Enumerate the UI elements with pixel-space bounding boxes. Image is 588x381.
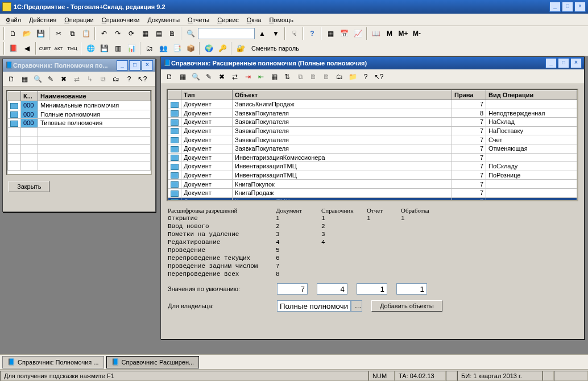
w1-grid-icon[interactable]: ▦ <box>18 73 31 85</box>
t2-icon-9[interactable]: 📊 <box>125 42 138 55</box>
win2-min[interactable]: _ <box>545 58 557 68</box>
w1-help-icon[interactable]: ? <box>123 73 135 85</box>
down-icon[interactable]: ▼ <box>270 27 282 40</box>
win2-close[interactable]: × <box>570 58 582 68</box>
t2-icon-3[interactable]: СЧЕТ <box>39 42 51 55</box>
book-icon[interactable]: 📖 <box>370 27 382 40</box>
maximize-button[interactable]: □ <box>562 2 573 12</box>
m-plus-button[interactable]: M+ <box>397 27 409 40</box>
table-row[interactable]: ДокументКнигаПокупок7 <box>168 180 577 189</box>
table-row[interactable]: ДокументКомплектацияТМЦ7 <box>168 197 577 201</box>
w2-help-icon[interactable]: ? <box>359 71 372 83</box>
menu-Окна[interactable]: Окна <box>243 15 265 24</box>
menu-Сервис[interactable]: Сервис <box>214 15 242 24</box>
table-row[interactable]: 000Полные полномочия <box>8 110 151 119</box>
paste-icon[interactable]: 📋 <box>80 27 92 40</box>
m-button[interactable]: M <box>383 27 396 40</box>
w2-edit-icon[interactable]: ✎ <box>202 71 215 83</box>
win1-titlebar[interactable]: 📘 Справочник: Полномочия по... _ □ × <box>3 59 155 72</box>
w2-tree-icon[interactable]: ⇄ <box>229 71 241 83</box>
t2-icon-16[interactable]: 🔐 <box>234 42 247 55</box>
menu-Документы[interactable]: Документы <box>144 15 183 24</box>
t2-icon-2[interactable]: ◀ <box>20 42 33 55</box>
win2-max[interactable]: □ <box>558 58 569 68</box>
win2-titlebar[interactable]: 📘 Справочник: Расширенные полномочия (По… <box>161 57 584 69</box>
taskbtn-1[interactable]: 📘 Справочник: Полномочия ... <box>2 356 104 368</box>
open-icon[interactable]: 📂 <box>20 27 33 40</box>
find-icon[interactable]: 🔍 <box>184 27 197 40</box>
w2-fold-icon[interactable]: 📁 <box>346 71 359 83</box>
default-proc[interactable] <box>396 283 427 295</box>
w2-ref-icon[interactable]: 🗂 <box>333 71 346 83</box>
win2-col-3[interactable]: Права <box>452 90 486 100</box>
t2-icon-15[interactable]: 🔑 <box>216 42 229 55</box>
close-button[interactable]: × <box>574 2 586 12</box>
t2-icon-7[interactable]: 💾 <box>98 42 110 55</box>
w2-d2-icon[interactable]: 🗎 <box>307 71 320 83</box>
table-row[interactable]: ДокументЗаписьКнигиПродаж7 <box>168 100 577 109</box>
table-row[interactable]: ДокументЗаявкаПокупателя7Счет <box>168 135 577 144</box>
menu-Отчеты[interactable]: Отчеты <box>184 15 213 24</box>
win1-min[interactable]: _ <box>117 60 128 71</box>
table-row[interactable]: ДокументЗаявкаПокупателя7Отменяющая <box>168 144 577 153</box>
w2-sort-icon[interactable]: ⇅ <box>281 71 293 83</box>
w2-arr2-icon[interactable]: ⇤ <box>255 71 267 83</box>
win1-close-button[interactable]: Закрыть <box>9 181 49 192</box>
save-icon[interactable]: 💾 <box>34 27 47 40</box>
w1-arr-icon[interactable]: ↳ <box>84 73 96 85</box>
table-row[interactable]: ДокументКнигаПродаж7 <box>168 188 577 197</box>
table-row[interactable]: ДокументИнвентаризацияТМЦ7ПоСкладу <box>168 162 577 171</box>
menu-Помощь[interactable]: Помощь <box>266 15 297 24</box>
menu-Действия[interactable]: Действия <box>26 15 60 24</box>
table-row[interactable]: ДокументИнвентаризацияТМЦ7ПоРознице <box>168 171 577 180</box>
t2-icon-10[interactable]: 🗂 <box>143 42 156 55</box>
t2-icon-14[interactable]: 🌍 <box>202 42 215 55</box>
win2-col-2[interactable]: Объект <box>233 90 452 100</box>
hand-icon[interactable]: ☟ <box>288 27 300 40</box>
undo-icon[interactable]: ↶ <box>98 27 110 40</box>
t2-icon-13[interactable]: 📦 <box>184 42 197 55</box>
win1-col-1[interactable]: К... <box>21 92 38 101</box>
t2-icon-11[interactable]: 👥 <box>157 42 169 55</box>
default-report[interactable] <box>357 283 387 295</box>
calc-icon[interactable]: ▦ <box>324 27 337 40</box>
help-icon[interactable]: ? <box>306 27 318 40</box>
owner-select-button[interactable]: ... <box>351 300 362 312</box>
win1-col-0[interactable] <box>8 92 21 101</box>
chart-icon[interactable]: 📈 <box>351 27 364 40</box>
redo-icon[interactable]: ↷ <box>111 27 124 40</box>
w2-filter-icon[interactable]: ▦ <box>268 71 280 83</box>
table-row[interactable]: ДокументЗаявкаПокупателя8Неподтвержденна… <box>168 109 577 118</box>
form-icon[interactable]: ▤ <box>152 27 165 40</box>
w1-edit-icon[interactable]: ✎ <box>44 73 57 85</box>
w2-grid-icon[interactable]: ▦ <box>176 71 189 83</box>
t2-icon-12[interactable]: 📑 <box>171 42 183 55</box>
menu-Операции[interactable]: Операции <box>61 15 97 24</box>
default-doc[interactable] <box>277 283 308 295</box>
table-icon[interactable]: ▦ <box>139 27 151 40</box>
win2-grid[interactable]: ТипОбъектПраваВид ОперацииДокументЗапись… <box>167 89 578 201</box>
taskbtn-2[interactable]: 📘 Справочник: Расширен... <box>106 356 200 368</box>
refresh-icon[interactable]: ⟳ <box>125 27 138 40</box>
w2-del-icon[interactable]: ✖ <box>216 71 228 83</box>
table-row[interactable]: 000Типовые полномочия <box>8 119 151 128</box>
table-row[interactable]: 000Минимальные полномочия <box>8 101 151 110</box>
win2-col-0[interactable] <box>168 90 181 100</box>
w2-d3-icon[interactable]: 🗎 <box>320 71 333 83</box>
add-objects-button[interactable]: Добавить объекты <box>371 300 442 312</box>
cut-icon[interactable]: ✂ <box>52 27 65 40</box>
menu-Файл[interactable]: Файл <box>2 15 24 24</box>
win1-grid[interactable]: К...Наименование000Минимальные полномочи… <box>6 90 152 175</box>
win1-max[interactable]: □ <box>129 60 140 71</box>
change-password-label[interactable]: Сменить пароль <box>248 45 303 52</box>
w2-pointer-icon[interactable]: ↖? <box>372 71 385 83</box>
table-row[interactable]: ДокументИнвентаризацияКомиссионера7 <box>168 153 577 162</box>
win1-col-2[interactable]: Наименование <box>38 92 151 101</box>
w1-copy-icon[interactable]: ⧉ <box>97 73 109 85</box>
doc-icon[interactable]: 🗎 <box>166 27 179 40</box>
w1-del-icon[interactable]: ✖ <box>57 73 70 85</box>
owner-input[interactable] <box>277 300 351 312</box>
up-icon[interactable]: ▲ <box>256 27 268 40</box>
win2-col-1[interactable]: Тип <box>181 90 233 100</box>
w2-d1-icon[interactable]: ⧉ <box>294 71 307 83</box>
